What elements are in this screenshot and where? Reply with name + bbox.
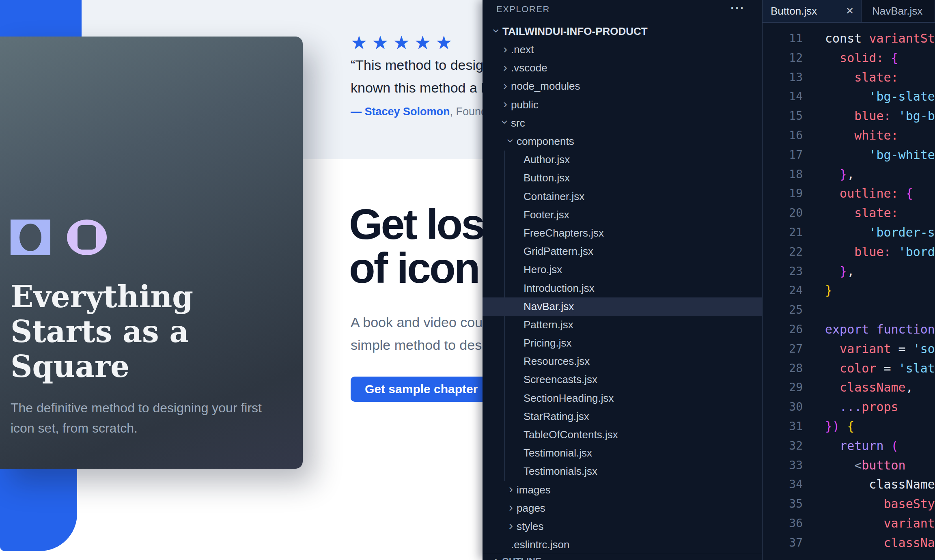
ellipse-cutout — [19, 224, 41, 251]
code-token: 'border-s — [825, 225, 935, 239]
code-line: 22 blue: 'borde — [763, 242, 935, 262]
line-number: 35 — [763, 494, 803, 514]
line-number: 21 — [763, 223, 803, 242]
chevron-right-icon: › — [505, 519, 517, 532]
tree-item-navbar-jsx[interactable]: NavBar.jsx — [483, 297, 762, 316]
code-line: 11const variantSty — [763, 29, 935, 48]
code-line: 31}) { — [763, 417, 935, 436]
tree-item-label: Hero.jsx — [524, 263, 562, 276]
code-line: 26export function — [763, 320, 935, 339]
tree-item--eslintrc-json[interactable]: .eslintrc.json — [483, 536, 762, 554]
tree-item--vscode[interactable]: ›.vscode — [483, 59, 762, 77]
star-icon: ★ — [372, 32, 393, 53]
code-line-text: blue: 'borde — [825, 242, 935, 262]
code-line: 28 color = 'slate — [763, 359, 935, 378]
tree-item-sectionheading-jsx[interactable]: SectionHeading.jsx — [483, 389, 762, 407]
code-line: 17 'bg-white — [763, 145, 935, 165]
tree-item-gridpattern-jsx[interactable]: GridPattern.jsx — [483, 242, 762, 261]
square-with-circle-cutout-icon — [11, 220, 50, 255]
tree-item-src[interactable]: ›src — [483, 114, 762, 132]
code-line: 18 }, — [763, 165, 935, 184]
tree-item-testimonial-jsx[interactable]: Testimonial.jsx — [483, 444, 762, 462]
tree-item-label: components — [517, 135, 574, 148]
code-line-text: 'bg-white — [825, 145, 935, 165]
book-title-line: Square — [11, 349, 193, 384]
code-line: 33 <button — [763, 456, 935, 475]
testimonial-quote: “This method to designin known this meth… — [351, 54, 483, 99]
code-token: 'slate — [898, 361, 935, 375]
get-sample-chapter-button[interactable]: Get sample chapter — [351, 377, 483, 402]
tree-item-label: NavBar.jsx — [524, 300, 574, 313]
tree-root-row[interactable]: › TAILWINDUI-INFO-PRODUCT — [483, 22, 762, 41]
tree-item-images[interactable]: ›images — [483, 481, 762, 499]
tree-item-resources-jsx[interactable]: Resources.jsx — [483, 352, 762, 370]
code-token: blue: — [825, 245, 898, 259]
tree-item-label: Resources.jsx — [524, 355, 590, 368]
testimonial-quote-line: known this method a lot — [351, 76, 483, 99]
testimonial-attribution: — Stacey Solomon, Founder at — [351, 106, 483, 118]
tree-item-testimonials-jsx[interactable]: Testimonials.jsx — [483, 462, 762, 480]
close-icon[interactable]: ✕ — [846, 5, 854, 17]
explorer-header: EXPLORER — [496, 4, 550, 15]
code-line: 15 blue: 'bg-b — [763, 106, 935, 126]
code-token: solid: — [825, 51, 891, 65]
tree-item-styles[interactable]: ›styles — [483, 517, 762, 536]
line-number: 23 — [763, 262, 803, 281]
tree-item-pages[interactable]: ›pages — [483, 499, 762, 517]
code-line: 24} — [763, 281, 935, 300]
code-token: color — [825, 361, 876, 375]
code-token: className — [825, 380, 906, 394]
tree-item-starrating-jsx[interactable]: StarRating.jsx — [483, 407, 762, 426]
tree-item-pricing-jsx[interactable]: Pricing.jsx — [483, 334, 762, 352]
code-line: 23 }, — [763, 262, 935, 281]
tree-item-tableofcontents-jsx[interactable]: TableOfContents.jsx — [483, 426, 762, 444]
code-line: 30 ...props — [763, 397, 935, 417]
tree-item-node-modules[interactable]: ›node_modules — [483, 77, 762, 95]
tree-item-public[interactable]: ›public — [483, 96, 762, 114]
code-token: props — [862, 400, 898, 414]
tab-button-jsx[interactable]: Button.jsx✕ — [763, 0, 862, 22]
code-line: 25 — [763, 300, 935, 320]
code-line: 27 variant = 'sol — [763, 339, 935, 359]
attribution-name: Stacey Solomon — [365, 106, 450, 118]
code-line-text: white: — [825, 126, 898, 145]
book-subtitle-line: The definitive method to designing your … — [11, 398, 262, 418]
tree-item-footer-jsx[interactable]: Footer.jsx — [483, 206, 762, 224]
tree-item-freechapters-jsx[interactable]: FreeChapters.jsx — [483, 224, 762, 242]
code-token: baseStyl — [825, 497, 935, 511]
line-number: 33 — [763, 456, 803, 475]
book-title: Everything Starts as a Square — [11, 279, 193, 384]
outline-section-header[interactable]: › OUTLINE — [491, 555, 541, 560]
code-token: 'bg-b — [898, 109, 935, 123]
tree-item-button-jsx[interactable]: Button.jsx — [483, 169, 762, 187]
tree-item-hero-jsx[interactable]: Hero.jsx — [483, 261, 762, 279]
tree-item-label: Screencasts.jsx — [524, 373, 597, 386]
tab-label: Button.jsx — [771, 5, 846, 17]
code-line-text: }) { — [825, 417, 854, 436]
tree-item-components[interactable]: ›components — [483, 132, 762, 151]
tree-item--next[interactable]: ›.next — [483, 41, 762, 59]
more-actions-icon[interactable]: ⋯ — [730, 0, 744, 16]
tree-item-container-jsx[interactable]: Container.jsx — [483, 187, 762, 206]
tree-item-label: Testimonial.jsx — [524, 447, 592, 459]
code-line: 13 slate: — [763, 68, 935, 87]
code-line: 14 'bg-slate- — [763, 87, 935, 106]
tree-item-screencasts-jsx[interactable]: Screencasts.jsx — [483, 370, 762, 389]
tab-navbar-jsx[interactable]: NavBar.jsx — [862, 0, 935, 22]
code-line-text: variantS — [825, 514, 935, 533]
code-line-text: export function — [825, 320, 935, 339]
code-line-text: 'bg-slate- — [825, 87, 935, 106]
code-token: < — [825, 458, 862, 472]
code-token: className= — [825, 477, 935, 491]
tree-item-label: StarRating.jsx — [524, 410, 589, 423]
code-line-text: const variantSty — [825, 29, 935, 48]
tree-item-pattern-jsx[interactable]: Pattern.jsx — [483, 316, 762, 334]
code-line-text: }, — [825, 262, 854, 281]
code-token: export — [825, 322, 869, 336]
tree-item-author-jsx[interactable]: Author.jsx — [483, 151, 762, 169]
code-area[interactable]: 11const variantSty12 solid: {13 slate:14… — [763, 23, 935, 553]
tree-item-introduction-jsx[interactable]: Introduction.jsx — [483, 279, 762, 297]
tree-item-label: styles — [517, 520, 543, 533]
file-tree: ›.next›.vscode›node_modules›public›src›c… — [483, 41, 762, 554]
line-number: 26 — [763, 320, 803, 339]
